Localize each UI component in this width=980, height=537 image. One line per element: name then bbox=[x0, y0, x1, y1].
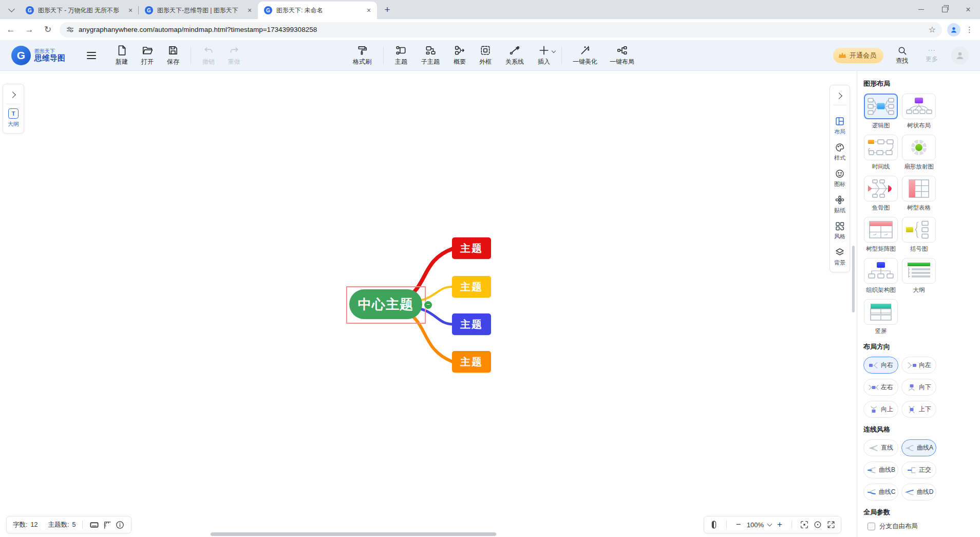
layout-option-timeline[interactable]: 时间线 bbox=[863, 135, 898, 171]
save-floppy-icon bbox=[167, 45, 179, 56]
layout-option-outline[interactable]: 大纲 bbox=[901, 258, 936, 294]
menu-hamburger-icon[interactable] bbox=[87, 52, 96, 59]
insert-button[interactable]: 插入 bbox=[532, 45, 556, 66]
browser-tab-active[interactable]: G 图形天下: 未命名 × bbox=[258, 2, 377, 19]
frame-button[interactable]: 外框 bbox=[473, 45, 498, 66]
strip-item-stickers[interactable]: 贴纸 bbox=[834, 195, 845, 214]
layout-option-vertical-screen[interactable]: 竖屏 bbox=[863, 299, 898, 335]
url-bar[interactable]: anygraphanywhere.com/automap/mindmap.htm… bbox=[60, 22, 942, 38]
zoom-in-button[interactable]: + bbox=[776, 520, 784, 530]
collapse-branch-button[interactable]: − bbox=[424, 301, 432, 309]
topic-node-3[interactable]: 主题 bbox=[452, 313, 491, 335]
left-outline-panel: T 大纲 bbox=[3, 84, 24, 134]
shortcut-keyboard-icon[interactable] bbox=[89, 520, 99, 530]
layout-option-logic-diagram[interactable]: 逻辑图 bbox=[863, 94, 898, 129]
strip-item-style[interactable]: 样式 bbox=[834, 142, 845, 162]
browser-tab-1[interactable]: G 图形天下 - 万物化图 无所不形 × bbox=[20, 2, 139, 19]
new-tab-button[interactable]: + bbox=[380, 3, 394, 17]
summary-button[interactable]: 概要 bbox=[447, 45, 472, 66]
layout-option-org-chart[interactable]: 组织架构图 bbox=[863, 258, 898, 294]
ruler-icon[interactable] bbox=[102, 520, 112, 530]
divider bbox=[791, 521, 792, 529]
collapse-sidebar-button[interactable] bbox=[830, 88, 850, 103]
forward-button[interactable]: → bbox=[22, 22, 37, 38]
new-file-button[interactable]: 新建 bbox=[109, 45, 134, 66]
topic-node-2[interactable]: 主题 bbox=[452, 276, 491, 298]
open-file-button[interactable]: 打开 bbox=[135, 45, 160, 66]
horizontal-scrollbar[interactable] bbox=[211, 532, 496, 536]
direction-right-button[interactable]: 向右 bbox=[863, 357, 898, 374]
close-tab-icon[interactable]: × bbox=[365, 6, 373, 14]
layout-option-fishbone[interactable]: 鱼骨图 bbox=[863, 176, 898, 212]
line-style-curve-c-button[interactable]: 曲线C bbox=[863, 484, 898, 501]
layout-option-fan-radial[interactable]: 扇形放射图 bbox=[901, 135, 936, 171]
vertical-scrollbar[interactable] bbox=[852, 246, 855, 312]
close-tab-icon[interactable]: × bbox=[246, 6, 254, 14]
expand-panel-button[interactable] bbox=[3, 87, 24, 102]
zoom-level[interactable]: 100% bbox=[747, 521, 764, 529]
checkbox-unchecked[interactable] bbox=[868, 523, 875, 530]
browser-profile-avatar[interactable] bbox=[947, 23, 960, 36]
chevron-down-icon[interactable] bbox=[767, 522, 772, 527]
back-button[interactable]: ← bbox=[3, 22, 18, 38]
one-click-beautify-button[interactable]: 一键美化 bbox=[567, 45, 603, 66]
line-style-curve-b-button[interactable]: 曲线B bbox=[863, 461, 898, 478]
layout-option-tree-matrix[interactable]: 树型矩阵图 bbox=[863, 217, 898, 253]
info-icon[interactable] bbox=[115, 520, 125, 530]
relation-line-button[interactable]: 关系线 bbox=[499, 45, 531, 66]
close-tab-icon[interactable]: × bbox=[126, 6, 135, 14]
save-button[interactable]: 保存 bbox=[161, 45, 185, 66]
topic-node-1[interactable]: 主题 bbox=[452, 237, 491, 259]
find-button[interactable]: 查找 bbox=[891, 46, 913, 65]
plus-icon bbox=[538, 45, 550, 56]
undo-button[interactable]: 撤销 bbox=[196, 45, 221, 66]
user-avatar[interactable] bbox=[951, 47, 969, 64]
close-window-button[interactable]: × bbox=[956, 0, 980, 19]
direction-left-button[interactable]: 向左 bbox=[901, 357, 936, 374]
direction-down-button[interactable]: 向下 bbox=[901, 379, 936, 396]
strip-item-background[interactable]: 背景 bbox=[834, 247, 845, 267]
line-style-curve-d-button[interactable]: 曲线D bbox=[901, 484, 936, 501]
palette-icon bbox=[835, 142, 845, 153]
mouse-mode-icon[interactable] bbox=[709, 520, 719, 529]
one-click-layout-button[interactable]: 一键布局 bbox=[604, 45, 640, 66]
option-branch-free-layout[interactable]: 分支自由布局 bbox=[868, 522, 974, 531]
center-target-icon[interactable] bbox=[813, 520, 822, 529]
site-settings-icon[interactable] bbox=[66, 25, 74, 34]
layout-option-tree-layout[interactable]: 树状布局 bbox=[901, 94, 936, 129]
layout-option-bracket[interactable]: 括号图 bbox=[901, 217, 936, 253]
tab-title: 图形天下 - 万物化图 无所不形 bbox=[38, 6, 123, 15]
more-button[interactable]: ⋯ 更多 bbox=[920, 47, 943, 64]
topic-node-4[interactable]: 主题 bbox=[452, 351, 491, 373]
browser-menu-icon[interactable]: ⋮ bbox=[964, 25, 976, 34]
redo-button[interactable]: 重做 bbox=[222, 45, 247, 66]
direction-left-right-button[interactable]: 左右 bbox=[863, 379, 898, 396]
fullscreen-icon[interactable] bbox=[826, 520, 836, 529]
line-style-orthogonal-button[interactable]: 正交 bbox=[901, 461, 936, 478]
outline-button[interactable]: T 大纲 bbox=[8, 108, 19, 130]
minimize-button[interactable] bbox=[909, 0, 933, 19]
line-style-curve-a-button[interactable]: 曲线A bbox=[901, 439, 936, 456]
zoom-out-button[interactable]: − bbox=[734, 520, 743, 530]
topic-button[interactable]: 主题 bbox=[389, 45, 413, 66]
browser-address-bar: ← → ↻ anygraphanywhere.com/automap/mindm… bbox=[0, 19, 980, 40]
strip-item-layout[interactable]: 布局 bbox=[834, 116, 845, 136]
fit-screen-icon[interactable] bbox=[800, 520, 809, 529]
tab-search-button[interactable] bbox=[4, 3, 18, 17]
mindmap-canvas[interactable]: 中心主题 主题 主题 主题 主题 − T 大纲 bbox=[0, 71, 857, 537]
subtopic-button[interactable]: 子主题 bbox=[414, 45, 446, 66]
format-painter-button[interactable]: 格式刷 bbox=[346, 45, 378, 66]
reload-button[interactable]: ↻ bbox=[40, 22, 55, 38]
open-membership-button[interactable]: 开通会员 bbox=[833, 48, 883, 63]
bookmark-star-icon[interactable]: ☆ bbox=[929, 25, 936, 34]
layout-option-tree-table[interactable]: 树型表格 bbox=[901, 176, 936, 212]
restore-button[interactable] bbox=[933, 0, 956, 19]
browser-tab-2[interactable]: G 图形天下-思维导图 | 图形天下 × bbox=[139, 2, 258, 19]
central-topic-node[interactable]: 中心主题 bbox=[349, 289, 422, 319]
direction-up-down-button[interactable]: 上下 bbox=[901, 401, 936, 418]
direction-up-button[interactable]: 向上 bbox=[863, 401, 898, 418]
strip-item-theme[interactable]: 风格 bbox=[834, 221, 845, 240]
app-logo[interactable]: G 图形天下 思维导图 bbox=[11, 46, 65, 65]
line-style-straight-button[interactable]: 直线 bbox=[863, 439, 898, 456]
strip-item-icons[interactable]: 图标 bbox=[834, 169, 845, 188]
